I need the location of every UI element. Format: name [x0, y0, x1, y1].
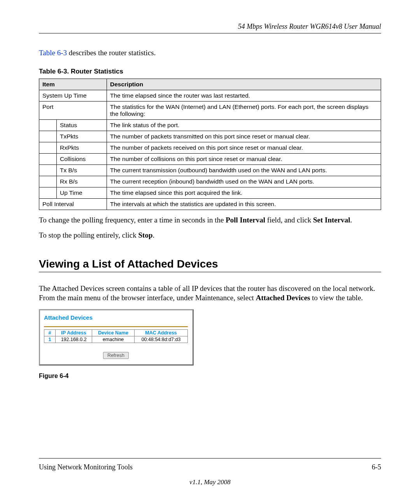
- cell-desc: The current reception (inbound) bandwidt…: [107, 176, 381, 187]
- footer-rule: [39, 458, 381, 458]
- col-header-device-name: Device Name: [92, 329, 135, 336]
- footer-page-number: 6-5: [372, 463, 381, 471]
- cell-item: Up Time: [57, 187, 107, 199]
- cell-desc: The number of packets received on this p…: [107, 142, 381, 154]
- figure-caption: Figure 6-4: [39, 373, 381, 380]
- stop-instruction: To stop the polling entirely, click Stop…: [39, 231, 381, 240]
- indent-cell: [39, 187, 57, 199]
- table-reference-link[interactable]: Table 6-3: [39, 49, 67, 57]
- cell-item: Tx B/s: [57, 165, 107, 176]
- attached-devices-paragraph: The Attached Devices screen contains a t…: [39, 284, 381, 303]
- cell-desc: The time elapsed since this port acquire…: [107, 187, 381, 199]
- footer-version: v1.1, May 2008: [39, 478, 381, 486]
- col-header-mac: MAC Address: [135, 329, 188, 336]
- cell-desc: The link status of the port.: [107, 120, 381, 131]
- attached-devices-table: # IP Address Device Name MAC Address 1 1…: [44, 329, 188, 343]
- refresh-button[interactable]: Refresh: [103, 352, 129, 359]
- col-header-item: Item: [39, 79, 107, 90]
- cell-num: 1: [44, 336, 56, 343]
- footer-chapter-title: Using Network Monitoring Tools: [39, 463, 133, 471]
- indent-cell: [39, 120, 57, 131]
- section-heading: Viewing a List of Attached Devices: [39, 258, 381, 270]
- cell-item: RxPkts: [57, 142, 107, 154]
- cell-desc: The number of packets transmitted on thi…: [107, 131, 381, 142]
- col-header-ip: IP Address: [56, 329, 92, 336]
- cell-desc: The time elapsed since the router was la…: [107, 90, 381, 102]
- poll-interval-instruction: To change the polling frequency, enter a…: [39, 215, 381, 225]
- cell-desc: The intervals at which the statistics ar…: [107, 199, 381, 210]
- table-caption: Table 6-3. Router Statistics: [39, 68, 381, 75]
- cell-item: Collisions: [57, 154, 107, 165]
- figure-title: Attached Devices: [44, 314, 188, 321]
- document-header-title: 54 Mbps Wireless Router WGR614v8 User Ma…: [39, 23, 381, 31]
- indent-cell: [39, 165, 57, 176]
- col-header-description: Description: [107, 79, 381, 90]
- indent-cell: [39, 131, 57, 142]
- indent-cell: [39, 176, 57, 187]
- cell-ip: 192.168.0.2: [56, 336, 92, 343]
- indent-cell: [39, 142, 57, 154]
- intro-paragraph: Table 6-3 describes the router statistic…: [39, 48, 381, 58]
- cell-item: Status: [57, 120, 107, 131]
- heading-rule: [39, 272, 381, 272]
- figure-divider: [44, 326, 188, 327]
- header-rule: [39, 33, 381, 33]
- cell-item: System Up Time: [39, 90, 107, 102]
- router-statistics-table: Item Description System Up Time The time…: [39, 79, 381, 210]
- cell-desc: The statistics for the WAN (Internet) an…: [107, 102, 381, 120]
- cell-item: Rx B/s: [57, 176, 107, 187]
- cell-item: Poll Interval: [39, 199, 107, 210]
- attached-devices-figure: Attached Devices # IP Address Device Nam…: [39, 309, 194, 366]
- cell-desc: The current transmission (outbound) band…: [107, 165, 381, 176]
- cell-device-name: emachine: [92, 336, 135, 343]
- cell-mac: 00:48:54:8d:d7:d3: [135, 336, 188, 343]
- cell-desc: The number of collisions on this port si…: [107, 154, 381, 165]
- indent-cell: [39, 154, 57, 165]
- col-header-num: #: [44, 329, 56, 336]
- cell-item: Port: [39, 102, 107, 120]
- cell-item: TxPkts: [57, 131, 107, 142]
